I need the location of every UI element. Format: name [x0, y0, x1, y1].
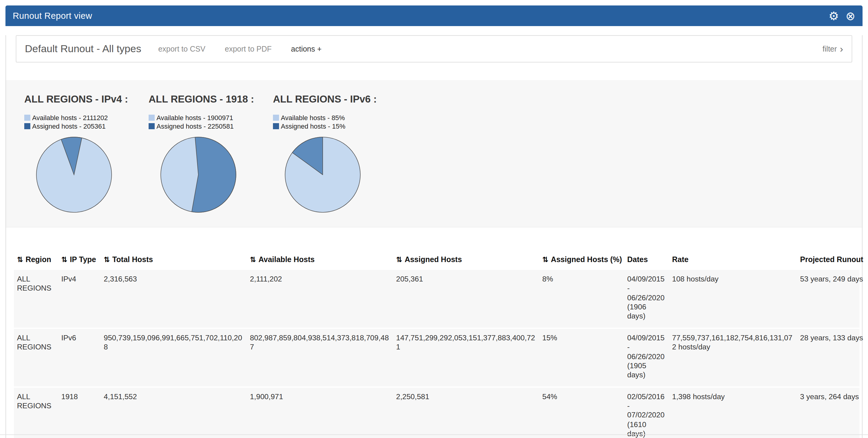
- chart-block-1918: ALL REGIONS - 1918 : Available hosts - 1…: [149, 93, 273, 214]
- legend-swatch-available: [273, 114, 279, 120]
- cell-ip-type: IPv6: [58, 328, 101, 387]
- filter-toggle[interactable]: filter ›: [823, 44, 843, 54]
- sort-icon: ⇅: [396, 255, 402, 264]
- cell-assigned-hosts: 2,250,581: [393, 387, 539, 438]
- legend-row: Available hosts - 1900971: [149, 114, 273, 121]
- cell-region: ALL REGIONS: [14, 328, 58, 387]
- filter-label: filter: [823, 44, 837, 53]
- chart-legend-ipv4: Available hosts - 2111202 Assigned hosts…: [24, 114, 149, 130]
- pie-chart-ipv4: [35, 136, 113, 214]
- legend-label: Assigned hosts - 15%: [281, 122, 345, 129]
- cell-assigned-hosts: 147,751,299,292,053,151,377,883,400,721: [393, 328, 539, 387]
- sort-icon: ⇅: [250, 255, 256, 264]
- chart-title-ipv4: ALL REGIONS - IPv4 :: [24, 93, 149, 105]
- cell-ip-type: IPv4: [58, 269, 101, 328]
- cell-total-hosts: 2,316,563: [101, 269, 247, 328]
- chart-legend-1918: Available hosts - 1900971 Assigned hosts…: [149, 114, 273, 130]
- col-header-ip-type[interactable]: ⇅IP Type: [58, 251, 101, 269]
- chart-block-ipv6: ALL REGIONS - IPv6 : Available hosts - 8…: [273, 93, 397, 214]
- cell-rate: 77,559,737,161,182,754,816,131,072 hosts…: [669, 328, 797, 387]
- pie-chart-ipv6: [284, 136, 362, 214]
- legend-row: Available hosts - 85%: [273, 114, 397, 121]
- charts-panel: ALL REGIONS - IPv4 : Available hosts - 2…: [6, 80, 862, 227]
- page-edge-divider: [0, 434, 868, 435]
- runout-table: ⇅Region ⇅IP Type ⇅Total Hosts ⇅Available…: [14, 251, 860, 438]
- cell-assigned-hosts: 205,361: [393, 269, 539, 328]
- cell-dates: 02/05/2016 - 07/02/2020 (1610 days): [624, 387, 669, 438]
- col-header-projected-runout: Projected Runout: [797, 251, 860, 269]
- runout-report-window: Runout Report view ⚙ ⊗ Default Runout - …: [5, 5, 863, 438]
- legend-label: Available hosts - 85%: [281, 114, 345, 121]
- legend-row: Assigned hosts - 15%: [273, 122, 397, 130]
- legend-swatch-assigned: [149, 123, 155, 129]
- cell-assigned-pct: 54%: [539, 387, 624, 438]
- sort-icon: ⇅: [104, 255, 110, 264]
- window-titlebar: Runout Report view ⚙ ⊗: [5, 5, 863, 26]
- cell-projected-runout: 3 years, 264 days: [797, 387, 860, 438]
- sort-icon: ⇅: [17, 255, 23, 264]
- table-row: ALL REGIONS IPv6 950,739,159,096,991,665…: [14, 328, 860, 387]
- actions-menu-button[interactable]: actions +: [291, 44, 322, 53]
- sort-icon: ⇅: [61, 255, 67, 264]
- cell-available-hosts: 802,987,859,804,938,514,373,818,709,487: [247, 328, 393, 387]
- cell-rate: 1,398 hosts/day: [669, 387, 797, 438]
- report-toolbar: Default Runout - All types export to CSV…: [16, 35, 852, 62]
- col-header-region[interactable]: ⇅Region: [14, 251, 58, 269]
- col-header-assigned-hosts[interactable]: ⇅Assigned Hosts: [393, 251, 539, 269]
- cell-rate: 108 hosts/day: [669, 269, 797, 328]
- chart-block-ipv4: ALL REGIONS - IPv4 : Available hosts - 2…: [24, 93, 149, 214]
- cell-dates: 04/09/2015 - 06/26/2020 (1905 days): [624, 328, 669, 387]
- cell-region: ALL REGIONS: [14, 269, 58, 328]
- legend-label: Assigned hosts - 2250581: [156, 122, 234, 129]
- cell-total-hosts: 950,739,159,096,991,665,751,702,110,208: [101, 328, 247, 387]
- chart-legend-ipv6: Available hosts - 85% Assigned hosts - 1…: [273, 114, 397, 130]
- gear-icon[interactable]: ⚙: [829, 10, 839, 22]
- col-header-available-hosts[interactable]: ⇅Available Hosts: [247, 251, 393, 269]
- sort-icon: ⇅: [542, 255, 548, 264]
- cell-assigned-pct: 8%: [539, 269, 624, 328]
- cell-available-hosts: 1,900,971: [247, 387, 393, 438]
- close-icon[interactable]: ⊗: [845, 10, 855, 22]
- table-row: ALL REGIONS 1918 4,151,552 1,900,971 2,2…: [14, 387, 860, 438]
- legend-swatch-assigned: [273, 123, 279, 129]
- cell-projected-runout: 28 years, 133 days: [797, 328, 860, 387]
- table-header-row: ⇅Region ⇅IP Type ⇅Total Hosts ⇅Available…: [14, 251, 860, 269]
- legend-row: Available hosts - 2111202: [24, 114, 149, 121]
- chevron-right-icon: ›: [840, 44, 843, 54]
- legend-swatch-available: [24, 114, 30, 120]
- cell-total-hosts: 4,151,552: [101, 387, 247, 438]
- legend-swatch-available: [149, 114, 155, 120]
- legend-row: Assigned hosts - 205361: [24, 122, 149, 130]
- window-content: Default Runout - All types export to CSV…: [5, 35, 863, 438]
- chart-title-ipv6: ALL REGIONS - IPv6 :: [273, 93, 397, 105]
- window-title: Runout Report view: [13, 11, 92, 21]
- export-pdf-link[interactable]: export to PDF: [225, 44, 272, 53]
- export-csv-link[interactable]: export to CSV: [158, 44, 206, 53]
- pie-chart-1918: [159, 136, 237, 214]
- cell-ip-type: 1918: [58, 387, 101, 438]
- report-name: Default Runout - All types: [25, 43, 141, 55]
- col-header-total-hosts[interactable]: ⇅Total Hosts: [101, 251, 247, 269]
- cell-region: ALL REGIONS: [14, 387, 58, 438]
- cell-assigned-pct: 15%: [539, 328, 624, 387]
- legend-row: Assigned hosts - 2250581: [149, 122, 273, 130]
- col-header-assigned-pct[interactable]: ⇅Assigned Hosts (%): [539, 251, 624, 269]
- cell-available-hosts: 2,111,202: [247, 269, 393, 328]
- legend-label: Available hosts - 1900971: [156, 114, 233, 121]
- legend-label: Available hosts - 2111202: [32, 114, 108, 121]
- legend-swatch-assigned: [24, 123, 30, 129]
- cell-dates: 04/09/2015 - 06/26/2020 (1906 days): [624, 269, 669, 328]
- chart-title-1918: ALL REGIONS - 1918 :: [149, 93, 273, 105]
- col-header-dates: Dates: [624, 251, 669, 269]
- cell-projected-runout: 53 years, 249 days: [797, 269, 860, 328]
- legend-label: Assigned hosts - 205361: [32, 122, 105, 129]
- col-header-rate: Rate: [669, 251, 797, 269]
- table-row: ALL REGIONS IPv4 2,316,563 2,111,202 205…: [14, 269, 860, 328]
